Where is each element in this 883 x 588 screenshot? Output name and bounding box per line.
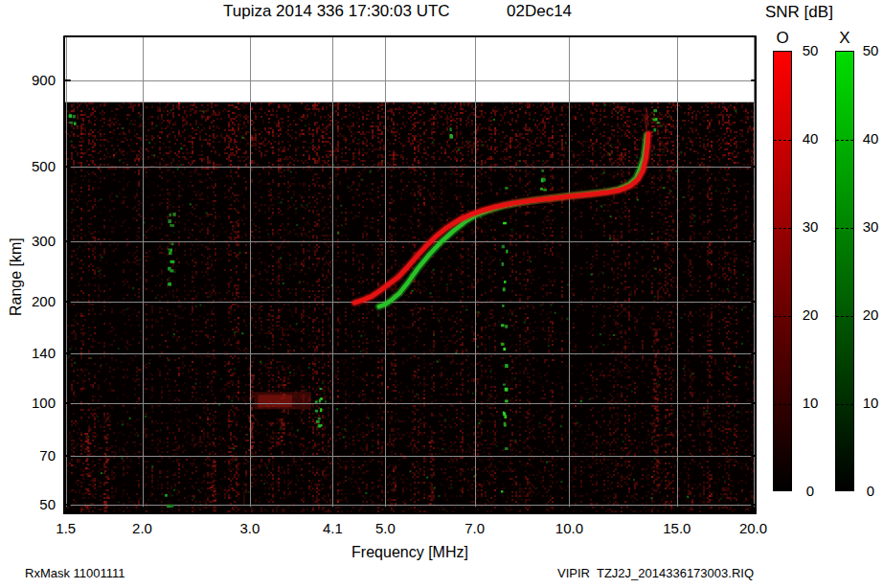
colorbar-tick-dash (774, 316, 791, 317)
colorbar-title: SNR [dB] (765, 3, 833, 22)
colorbar-tick-label: 10 (798, 395, 823, 411)
x-tick-label: 7.0 (454, 520, 496, 536)
ionogram-plot-canvas (63, 35, 757, 514)
colorbar-tick-label: 0 (858, 483, 883, 499)
colorbar-tick-dash (774, 228, 791, 229)
colorbar-tick-label: 30 (798, 218, 823, 235)
colorbar-tick-dash (836, 404, 853, 405)
colorbar-tick-label: 0 (798, 483, 823, 499)
colorbar-tick-label: 40 (798, 130, 823, 147)
colorbar-tick-dash (836, 228, 853, 229)
colorbar-tick-dash (774, 404, 791, 405)
x-tick-label: 20.0 (733, 520, 775, 536)
y-tick-label: 140 (13, 345, 56, 361)
page-date: 02Dec14 (507, 2, 572, 21)
x-axis-title: Frequency [MHz] (333, 544, 487, 561)
x-tick-label: 2.0 (122, 520, 164, 536)
colorbar-o-gradient (773, 51, 792, 491)
colorbar-tick-label: 50 (798, 42, 823, 58)
colorbar-tick-dash (774, 140, 791, 141)
colorbar-tick-dash (836, 316, 853, 317)
x-tick-label: 10.0 (548, 520, 590, 536)
colorbar-o-mode-label: O (772, 29, 793, 48)
x-tick-label: 3.0 (229, 520, 271, 536)
colorbar-tick-label: 20 (798, 306, 823, 323)
x-tick-label: 5.0 (364, 520, 406, 536)
x-tick-label: 15.0 (656, 520, 698, 536)
colorbar-tick-dash (836, 140, 853, 141)
x-tick-label: 4.1 (311, 520, 353, 536)
colorbar-tick-label: 50 (858, 42, 883, 58)
y-tick-label: 500 (13, 158, 56, 174)
y-tick-label: 900 (13, 72, 56, 88)
y-tick-label: 300 (13, 233, 56, 249)
colorbar-tick-label: 10 (858, 395, 883, 411)
x-tick-label: 1.5 (45, 520, 87, 536)
rx-mask-label: RxMask 11001111 (25, 566, 125, 580)
colorbar-tick-label: 20 (858, 306, 883, 323)
page-title: Tupiza 2014 336 17:30:03 UTC (223, 2, 450, 21)
y-tick-label: 70 (13, 447, 56, 464)
colorbar-tick-label: 30 (858, 218, 883, 235)
colorbar-tick-label: 40 (858, 130, 883, 147)
ionogram-viewer: Tupiza 2014 336 17:30:03 UTC 02Dec14 SNR… (0, 0, 883, 588)
colorbar-x-gradient (835, 51, 854, 491)
colorbar-x-mode-label: X (834, 29, 855, 48)
y-tick-label: 200 (13, 293, 56, 309)
data-file-label: VIPIR TZJ2J_2014336173003.RIQ (557, 566, 754, 580)
y-tick-label: 100 (13, 395, 56, 411)
y-tick-label: 50 (13, 496, 56, 512)
